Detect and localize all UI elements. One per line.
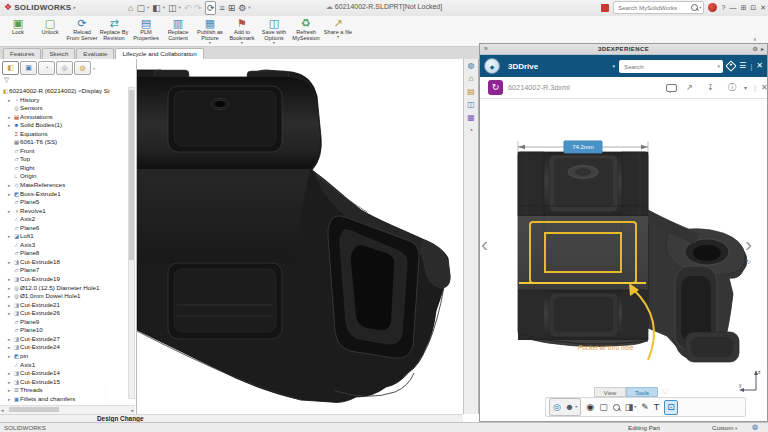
select-area-icon[interactable]: ▢	[599, 400, 608, 414]
eye-tool-icon[interactable]: ◉	[586, 400, 594, 414]
more-tabs-icon[interactable]: ›	[93, 65, 95, 71]
tree-item-plane8[interactable]: ▱Plane8	[0, 249, 129, 258]
view-palette-icon[interactable]: ▦	[464, 111, 478, 124]
dropdown-chevron-icon[interactable]: ▾	[194, 41, 226, 45]
next-view-chevron-icon[interactable]: ›	[745, 233, 752, 255]
tree-item-cut-extrude26[interactable]: ▸◨Cut-Extrude26	[0, 309, 129, 318]
3dexperience-panel-icon[interactable]: ◍	[464, 59, 478, 72]
orbit-tool-icon[interactable]: ◎	[553, 400, 561, 414]
app-logo[interactable]: ❖ SOLIDWORKS ▸	[4, 2, 76, 12]
scroll-left-icon[interactable]: ◂	[1, 406, 4, 414]
publish-as-picture-button[interactable]: ▦Publish as Picture▾	[194, 16, 226, 45]
dropdown-chevron-icon[interactable]: ▾	[226, 41, 258, 45]
help-icon[interactable]: ?	[721, 1, 725, 14]
save-with-options-button[interactable]: ◫Save with Options▾	[258, 16, 290, 45]
tree-item--1-0mm-dowel-hole1[interactable]: ▸◎Ø1.0mm Dowel Hole1	[0, 292, 129, 301]
share-icon[interactable]: ↗	[686, 77, 693, 99]
tree-item-revolve1[interactable]: ▸◑Revolve1	[0, 207, 129, 216]
tree-item-annotations[interactable]: ▸▤Annotations	[0, 113, 129, 122]
tree-item-front[interactable]: ▱Front	[0, 147, 129, 156]
3dexperience-compass-icon[interactable]: ◆	[484, 58, 500, 74]
new-document-icon-dropdown[interactable]: ▾	[147, 5, 149, 10]
tab-features[interactable]: Features	[3, 48, 41, 59]
preview-part-model[interactable]	[479, 98, 768, 398]
tree-item-top[interactable]: ▱Top	[0, 155, 129, 164]
panel-close-icon[interactable]: ✕	[756, 61, 763, 71]
menu-chevron-icon[interactable]: ▸	[73, 4, 76, 10]
tree-item-fillets-and-chamfers[interactable]: ▸▣Fillets and chamfers	[0, 395, 129, 404]
tree-item-plane6[interactable]: ▱Plane6	[0, 224, 129, 233]
file-name[interactable]: 60214002-R.3dxml	[508, 77, 570, 99]
feature-manager-tab-2[interactable]: ◔	[38, 61, 55, 75]
main-part-model[interactable]	[137, 59, 463, 414]
feature-manager-tab-3[interactable]: ◎	[56, 61, 73, 75]
refresh-mysession-button[interactable]: ♻Refresh MySession	[290, 16, 322, 41]
scroll-up-icon[interactable]: ∧	[753, 36, 757, 42]
slide-panel-icon[interactable]: ⊡	[664, 400, 678, 415]
search-icon[interactable]	[691, 4, 698, 11]
tab-evaluate[interactable]: Evaluate	[76, 48, 114, 59]
undo-icon[interactable]: ↶	[184, 2, 192, 14]
app-title[interactable]: 3DDrive	[508, 62, 538, 71]
search-box[interactable]: ▾	[613, 1, 704, 14]
tree-item-origin[interactable]: ∟Origin	[0, 172, 129, 181]
tree-item-plane9[interactable]: ▱Plane9	[0, 318, 129, 327]
save-icon[interactable]: ◫	[168, 2, 177, 14]
tree-item-cut-extrude21[interactable]: ▸◨Cut-Extrude21	[0, 301, 129, 310]
tag-icon[interactable]	[725, 60, 736, 71]
new-document-icon[interactable]: ▢	[136, 2, 145, 14]
tree-item-equations[interactable]: ΣEquations	[0, 130, 129, 139]
pen-markup-icon[interactable]: ✎	[641, 400, 649, 414]
tree-item-right[interactable]: ▱Right	[0, 164, 129, 173]
window-icon[interactable]: ⊞	[228, 2, 236, 14]
tree-item-threads[interactable]: ▸☰Threads	[0, 386, 129, 395]
feature-manager-tab-0[interactable]: ◧	[2, 61, 19, 75]
unlock-button[interactable]: ▢Unlock	[34, 16, 66, 35]
dropdown-chevron-icon[interactable]: ▾	[322, 35, 354, 39]
resources-icon[interactable]: ⌂	[464, 72, 478, 85]
expand-details-chevron-icon[interactable]: ▾	[744, 77, 747, 99]
panel-search-chevron-icon[interactable]: ▾	[718, 55, 721, 77]
reload-from-server-button[interactable]: ⟳Reload From Server	[66, 16, 98, 41]
preview-tab-tools[interactable]: Tools	[626, 387, 658, 397]
compare-icon[interactable]: ◨▾	[625, 400, 637, 414]
panel-pin-icon[interactable]: ▸	[761, 44, 764, 54]
dropdown-chevron-icon[interactable]: ▾	[258, 41, 290, 45]
panel-search-box[interactable]: ▾	[619, 60, 723, 73]
previous-view-chevron-icon[interactable]: ‹	[481, 233, 488, 255]
appearances-icon[interactable]: ◔	[464, 124, 478, 137]
tree-item--12-0-12-5-diameter-hole1[interactable]: ▸◎Ø12.0 (12.5) Diameter Hole1	[0, 284, 129, 293]
ghost-view-icon[interactable]: ☻▾	[565, 400, 578, 414]
zoom-area-icon[interactable]	[613, 404, 620, 411]
tree-item-sensors[interactable]: ◎Sensors	[0, 104, 129, 113]
open-icon[interactable]: ◧	[152, 2, 161, 14]
tree-item-solid-bodies-1-[interactable]: ▸■Solid Bodies(1)	[0, 121, 129, 130]
file-explorer-icon[interactable]: ◫	[464, 98, 478, 111]
info-icon[interactable]: ⓘ	[728, 77, 736, 99]
panel-options-gear-icon[interactable]: ⚙	[753, 44, 758, 54]
app-switch-chevron-icon[interactable]: ▾	[613, 63, 616, 69]
add-to-bookmark-button[interactable]: ⚑Add to Bookmark▾	[226, 16, 258, 45]
rebuild-icon[interactable]: ⟳	[205, 1, 217, 15]
restore-icon[interactable]: ⊞	[740, 1, 746, 14]
tree-item-axis3[interactable]: ∕Axis3	[0, 241, 129, 250]
tree-item-boss-extrude1[interactable]: ▸◩Boss-Extrude1	[0, 190, 129, 199]
search-input[interactable]	[616, 4, 690, 12]
share-a-file-button[interactable]: ↗Share a file▾	[322, 16, 354, 39]
tree-item-axis2[interactable]: ∕Axis2	[0, 215, 129, 224]
tree-item-matereferences[interactable]: ▸◇MateReferences	[0, 181, 129, 190]
compare-icon-dropdown[interactable]: ▾	[634, 400, 636, 414]
ghost-view-icon-dropdown[interactable]: ▾	[575, 400, 577, 414]
tree-item-6061-t6-ss-[interactable]: ▦6061-T6 (SS)	[0, 138, 129, 147]
panel-menu-icon[interactable]: ☰	[739, 61, 746, 71]
favorite-heart-icon[interactable]: ♡	[662, 388, 668, 396]
tree-item-cut-extrude24[interactable]: ▸◨Cut-Extrude24	[0, 343, 129, 352]
panes-icon[interactable]: ⊡	[750, 1, 756, 14]
tree-item-axis1[interactable]: ∕Axis1	[0, 361, 129, 370]
text-markup-icon[interactable]: T	[654, 400, 660, 414]
close-icon[interactable]: ✕	[760, 1, 766, 14]
tree-item-cut-extrude14[interactable]: ▸◨Cut-Extrude14	[0, 369, 129, 378]
tab-sketch[interactable]: Sketch	[42, 48, 75, 59]
search-scope-chevron-icon[interactable]: ▾	[699, 5, 701, 10]
save-icon-dropdown[interactable]: ▾	[179, 5, 181, 10]
